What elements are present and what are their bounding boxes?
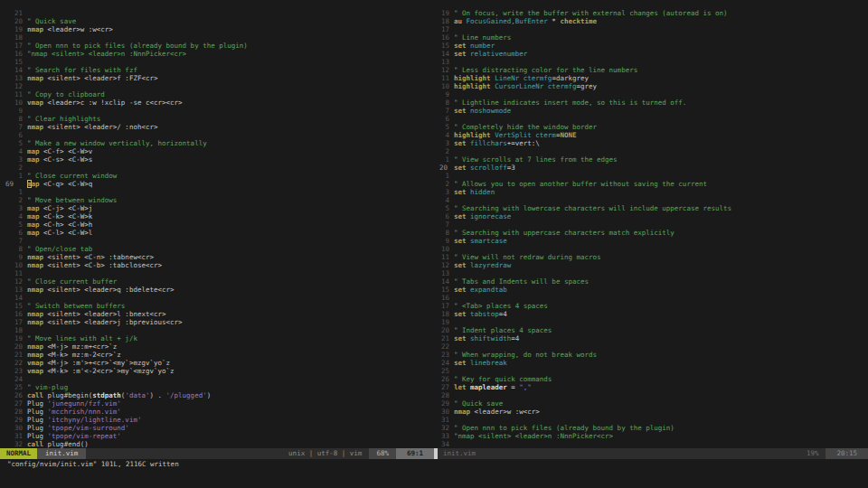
code-line[interactable]: 20nmap <M-j> mz:m+<cr>`z xyxy=(0,343,434,351)
code-line[interactable]: 6 xyxy=(0,131,434,139)
code-line[interactable]: 11" View will not redraw during macros xyxy=(434,253,868,261)
code-line[interactable]: 6 xyxy=(434,115,868,123)
code-line[interactable]: 15set expandtab xyxy=(434,286,868,294)
code-line[interactable]: 12" Close current buffer xyxy=(0,277,434,286)
code-line[interactable]: 9 xyxy=(0,107,434,115)
code-line[interactable]: 16"nmap <silent> <leader>n :NnnPicker<cr… xyxy=(0,50,434,58)
code-line[interactable]: 7 xyxy=(434,221,868,229)
code-line[interactable]: 21set shiftwidth=4 xyxy=(434,334,868,343)
code-line[interactable]: 18 xyxy=(0,326,434,334)
code-line[interactable]: 30Plug 'tpope/vim-surround' xyxy=(0,424,434,432)
code-line[interactable]: 10nmap <silent> <C-b> :tabclose<cr> xyxy=(0,261,434,269)
code-line[interactable]: 17 xyxy=(434,25,868,33)
code-line[interactable]: 13 xyxy=(434,269,868,277)
code-line[interactable]: 19nmap <leader>w :w<cr> xyxy=(0,25,434,33)
code-line[interactable]: 10highlight CursorLineNr ctermfg=grey xyxy=(434,82,868,90)
code-line[interactable]: 17nmap <silent> <leader>j :bprevious<cr> xyxy=(0,318,434,326)
code-line[interactable]: 14 xyxy=(0,294,434,302)
code-line[interactable]: 2" Allows you to open another buffer wit… xyxy=(434,180,868,188)
code-line[interactable]: 8" Open/close tab xyxy=(0,245,434,253)
code-line[interactable]: 9 xyxy=(434,90,868,99)
code-line[interactable]: 20set scrolloff=3 xyxy=(434,164,868,172)
code-line[interactable]: 23vmap <M-k> :m'<-2<cr>`>my`<mzgv`yo`z xyxy=(0,367,434,375)
code-line[interactable]: 3set hidden xyxy=(434,188,868,196)
code-line[interactable]: 17" Open nnn to pick files (already boun… xyxy=(0,42,434,50)
code-line[interactable]: 32call plug#end() xyxy=(0,440,434,448)
code-line[interactable]: 19" Move lines with alt + j/k xyxy=(0,334,434,343)
code-line[interactable]: 25" vim-plug xyxy=(0,383,434,391)
code-line[interactable]: 3map <C-j> <C-W>j xyxy=(0,204,434,212)
code-line[interactable]: 25 xyxy=(434,367,868,375)
code-line[interactable]: 9set smartcase xyxy=(434,237,868,245)
code-line[interactable]: 6map <C-l> <C-W>l xyxy=(0,229,434,237)
code-line[interactable]: 5" Completely hide the window border xyxy=(434,123,868,131)
code-line[interactable]: 4map <C-f> <C-W>v xyxy=(0,147,434,155)
code-line[interactable]: 21 xyxy=(0,9,434,17)
code-line[interactable]: 6set ignorecase xyxy=(434,212,868,221)
code-line[interactable]: 16 xyxy=(434,294,868,302)
code-line[interactable]: 14set relativenumber xyxy=(434,50,868,58)
code-line[interactable]: 33"nmap <silent> <leader>n :NnnPicker<cr… xyxy=(434,432,868,440)
code-line[interactable]: 14" Tabs and Indents will be spaces xyxy=(434,277,868,286)
code-line[interactable]: 2 xyxy=(0,164,434,172)
code-line[interactable]: 3map <C-s> <C-W>s xyxy=(0,155,434,164)
code-line[interactable]: 3set fillchars+=vert:\ xyxy=(434,139,868,147)
code-line[interactable]: 30nmap <leader>w :w<cr> xyxy=(434,408,868,416)
code-line[interactable]: 11 xyxy=(0,269,434,277)
code-line[interactable]: 26call plug#begin(stdpath('data') . '/pl… xyxy=(0,391,434,399)
code-line[interactable]: 18set tabstop=4 xyxy=(434,310,868,318)
code-line[interactable]: 13nmap <silent> <leader>f :FZF<cr> xyxy=(0,74,434,82)
code-line[interactable]: 9nmap <silent> <C-n> :tabnew<cr> xyxy=(0,253,434,261)
code-line[interactable]: 69map <C-q> <C-W>q xyxy=(0,180,434,188)
code-line[interactable]: 8" Searching with uppercase characters m… xyxy=(434,229,868,237)
code-line[interactable]: 26" Key for quick commands xyxy=(434,375,868,383)
code-line[interactable]: 20" Indent places 4 spaces xyxy=(434,326,868,334)
code-line[interactable]: 22vmap <M-j> :m'>+<cr>`<my`>mzgv`yo`z xyxy=(0,359,434,367)
code-line[interactable]: 18 xyxy=(0,33,434,42)
code-line[interactable]: 13 xyxy=(434,58,868,66)
code-line[interactable]: 31 xyxy=(434,416,868,424)
code-line[interactable]: 29" Quick save xyxy=(434,399,868,408)
code-line[interactable]: 1" View scrolls at 7 lines from the edge… xyxy=(434,155,868,164)
code-line[interactable]: 27let mapleader = "," xyxy=(434,383,868,391)
code-line[interactable]: 11highlight LineNr ctermfg=darkgrey xyxy=(434,74,868,82)
code-line[interactable]: 11" Copy to clipboard xyxy=(0,90,434,99)
code-line[interactable]: 27Plug 'junegunn/fzf.vim' xyxy=(0,399,434,408)
code-line[interactable]: 5" Make a new window vertically, horizon… xyxy=(0,139,434,147)
code-line[interactable]: 13nmap <silent> <leader>q :bdelete<cr> xyxy=(0,286,434,294)
code-line[interactable]: 16" Line numbers xyxy=(434,33,868,42)
code-line[interactable]: 2" Move between windows xyxy=(0,196,434,204)
code-line[interactable]: 12set lazyredraw xyxy=(434,261,868,269)
code-line[interactable]: 1" Close current window xyxy=(0,172,434,180)
code-line[interactable]: 8" Clear highlights xyxy=(0,115,434,123)
code-line[interactable]: 15" Switch between buffers xyxy=(0,302,434,310)
code-line[interactable]: 4 xyxy=(434,196,868,204)
code-line[interactable]: 24 xyxy=(0,375,434,383)
code-line[interactable]: 4highlight VertSplit cterm=NONE xyxy=(434,131,868,139)
code-line[interactable]: 20" Quick save xyxy=(0,17,434,25)
code-line[interactable]: 14" Search for files with fzf xyxy=(0,66,434,74)
code-line[interactable]: 22 xyxy=(434,343,868,351)
code-line[interactable]: 34 xyxy=(434,440,868,448)
code-line[interactable]: 8" Lightline indicates insert mode, so t… xyxy=(434,99,868,107)
code-line[interactable]: 1 xyxy=(434,172,868,180)
code-line[interactable]: 19 xyxy=(434,318,868,326)
code-line[interactable]: 23" When wrapping, do not break words xyxy=(434,351,868,359)
code-line[interactable]: 5" Searching with lowercase characters w… xyxy=(434,204,868,212)
code-line[interactable]: 29Plug 'itchyny/lightline.vim' xyxy=(0,416,434,424)
code-line[interactable]: 12" Less distracting color for the line … xyxy=(434,66,868,74)
code-line[interactable]: 16nmap <silent> <leader>l :bnext<cr> xyxy=(0,310,434,318)
code-line[interactable]: 5map <C-h> <C-W>h xyxy=(0,221,434,229)
code-line[interactable]: 7set noshowmode xyxy=(434,107,868,115)
code-line[interactable]: 21nmap <M-k> mz:m-2<cr>`z xyxy=(0,351,434,359)
code-line[interactable]: 15 xyxy=(0,58,434,66)
code-line[interactable]: 24set linebreak xyxy=(434,359,868,367)
code-line[interactable]: 17" <Tab> places 4 spaces xyxy=(434,302,868,310)
code-line[interactable]: 31Plug 'tpope/vim-repeat' xyxy=(0,432,434,440)
code-line[interactable]: 28 xyxy=(434,391,868,399)
code-line[interactable]: 1 xyxy=(0,188,434,196)
code-line[interactable]: 7nmap <silent> <leader>/ :noh<cr> xyxy=(0,123,434,131)
code-line[interactable]: 28Plug 'mcchrish/nnn.vim' xyxy=(0,408,434,416)
code-line[interactable]: 19" On focus, write the buffer with exte… xyxy=(434,9,868,17)
code-line[interactable]: 10 xyxy=(434,245,868,253)
